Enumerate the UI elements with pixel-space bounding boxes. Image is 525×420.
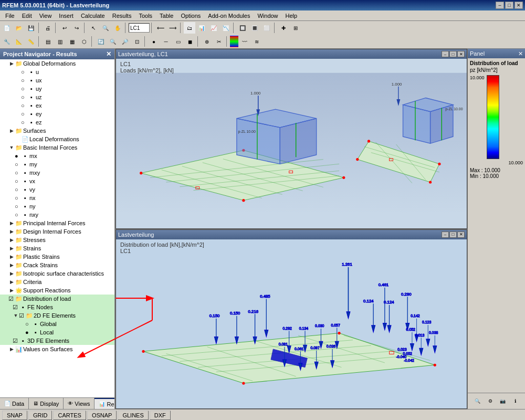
menu-view[interactable]: View (36, 12, 55, 20)
tree-plastic-strains[interactable]: ▶ 📁 Plastic Strains (0, 253, 114, 261)
tb2-view-top[interactable]: ▦ (66, 36, 78, 47)
tree-nxy[interactable]: ○ ▪ nxy (0, 211, 114, 219)
menu-calculate[interactable]: Calculate (78, 12, 108, 20)
tree-ux[interactable]: ○ ▪ ux (0, 76, 114, 85)
tb-redo[interactable]: ↪ (71, 22, 82, 34)
status-dxf[interactable]: DXF (150, 411, 171, 420)
tb-btn-a[interactable]: ⟵ (155, 22, 166, 34)
tb2-line[interactable]: ─ (160, 36, 172, 47)
tb2-deform[interactable]: 〰 (239, 36, 250, 47)
status-osnap[interactable]: OSNAP (87, 411, 117, 420)
tree-values-surfaces[interactable]: ▶ 📊 Values on Surfaces (0, 345, 114, 353)
canvas-2d[interactable]: 1.261 0.461 0.290 0.124 (116, 239, 467, 409)
canvas-3d[interactable]: 1.000 p-ZL 10.00 1.000 p-ZL 10.00 (116, 59, 467, 228)
minimize-btn[interactable]: – (496, 2, 504, 9)
tb2-color[interactable] (230, 36, 238, 47)
tb-view4[interactable]: 📉 (220, 22, 232, 34)
tb2-zoomout[interactable]: 🔎 (119, 36, 131, 47)
tb2-surface[interactable]: ▭ (172, 36, 184, 47)
tb-render3[interactable]: ⬜ (261, 22, 272, 34)
tab-data[interactable]: 📄 Data (0, 398, 29, 409)
menu-help[interactable]: Help (282, 12, 301, 20)
tb-view2[interactable]: 📊 (196, 22, 207, 34)
tree-mx[interactable]: ● ▪ mx (0, 152, 114, 160)
tb-open[interactable]: 📂 (13, 22, 25, 34)
tree-ey[interactable]: ○ ▪ ey (0, 110, 114, 118)
panel-settings-btn[interactable]: ⚙ (485, 395, 496, 407)
tree-ez[interactable]: ○ ▪ ez (0, 118, 114, 127)
tree-global-deformations[interactable]: ▶ 📁 Global Deformations (0, 59, 114, 68)
tree-my[interactable]: ○ ▪ my (0, 160, 114, 169)
tb2-rotate[interactable]: 🔄 (95, 36, 107, 47)
tb2-btn1[interactable]: 🔧 (1, 36, 13, 47)
tree-local-deformations[interactable]: 📄 Local Deformations (0, 135, 114, 143)
menu-table[interactable]: Table (156, 12, 176, 20)
tb-view3[interactable]: 📈 (208, 22, 219, 34)
tree-u[interactable]: ○ ▪ u (0, 68, 114, 76)
tree-surfaces[interactable]: ▶ 📁 Surfaces (0, 127, 114, 135)
tb2-view-side[interactable]: ▥ (54, 36, 66, 47)
tree-strains[interactable]: ▶ 📁 Strains (0, 244, 114, 253)
tree-uy[interactable]: ○ ▪ uy (0, 85, 114, 93)
tb2-section[interactable]: ⊕ (201, 36, 213, 47)
tree-isotropic[interactable]: ▶ 📁 Isotropic surface characteristics (0, 269, 114, 278)
tb-save[interactable]: 💾 (25, 22, 37, 34)
menu-results[interactable]: Results (109, 12, 135, 20)
tab-results[interactable]: 📊 Results (94, 398, 116, 409)
tb2-view-front[interactable]: ▤ (42, 36, 54, 47)
status-cartes[interactable]: CARTES (53, 411, 86, 420)
tree-distribution-load[interactable]: ☑ 📁 Distribution of load (0, 295, 114, 303)
panel-info-btn[interactable]: ℹ (510, 395, 521, 407)
tree-fe-nodes[interactable]: ☑ ▪ FE Nodes (0, 303, 114, 311)
tb-btn-b[interactable]: ⟶ (167, 22, 178, 34)
tree-uz[interactable]: ○ ▪ uz (0, 93, 114, 101)
tb-zoom[interactable]: 🔍 (100, 22, 111, 34)
win3d-maximize[interactable]: □ (449, 51, 457, 57)
tb-grid[interactable]: ⊞ (290, 22, 301, 34)
tb2-cut[interactable]: ✂ (213, 36, 225, 47)
tb-print[interactable]: 🖨 (42, 22, 54, 34)
status-snap[interactable]: SNAP (2, 411, 27, 420)
tab-display[interactable]: 🖥 Display (29, 398, 64, 409)
tree-local[interactable]: ● ▪ Local (0, 328, 114, 337)
tb-undo[interactable]: ↩ (59, 22, 70, 34)
tree-nx[interactable]: ○ ▪ nx (0, 194, 114, 202)
lc-input[interactable] (129, 23, 150, 33)
close-btn[interactable]: ✕ (514, 2, 523, 9)
win3d-close[interactable]: ✕ (457, 51, 465, 57)
win2d-maximize[interactable]: □ (449, 232, 457, 238)
tb-render1[interactable]: 🔲 (237, 22, 248, 34)
tab-views[interactable]: 👁 Views (64, 398, 94, 409)
tb-pan[interactable]: ✋ (112, 22, 123, 34)
tree-support-reactions[interactable]: ▶ 🌟 Support Reactions (0, 286, 114, 295)
tb-new[interactable]: 📄 (1, 22, 13, 34)
tree-basic-forces[interactable]: ▼ 📁 Basic Internal Forces (0, 143, 114, 152)
menu-window[interactable]: Window (254, 12, 281, 20)
tree-mxy[interactable]: ○ ▪ mxy (0, 169, 114, 177)
tb2-node[interactable]: ● (148, 36, 160, 47)
tb-view1[interactable]: 🗂 (184, 22, 195, 34)
tree-ny[interactable]: ○ ▪ ny (0, 202, 114, 211)
tb2-stress[interactable]: ≋ (251, 36, 262, 47)
tb2-fit[interactable]: ⊡ (131, 36, 143, 47)
status-glines[interactable]: GLINES (118, 411, 148, 420)
tb2-view-iso[interactable]: ⬡ (78, 36, 90, 47)
panel-zoom-btn[interactable]: 🔍 (472, 395, 484, 407)
tb2-btn3[interactable]: 📏 (25, 36, 37, 47)
tree-design-forces[interactable]: ▶ 📁 Design Internal Forces (0, 227, 114, 236)
tree-vy[interactable]: ○ ▪ vy (0, 185, 114, 194)
tree-ex[interactable]: ○ ▪ ex (0, 101, 114, 110)
maximize-btn[interactable]: □ (505, 2, 513, 9)
menu-addons[interactable]: Add-on Modules (205, 12, 253, 20)
tree-global[interactable]: ○ ▪ Global (0, 320, 114, 328)
tb2-zoomin[interactable]: 🔍 (107, 36, 119, 47)
tb-render2[interactable]: 🔳 (249, 22, 260, 34)
tb2-btn2[interactable]: 📐 (13, 36, 25, 47)
menu-file[interactable]: File (2, 12, 18, 20)
menu-tools[interactable]: Tools (135, 12, 155, 20)
status-grid[interactable]: GRID (28, 411, 52, 420)
navigator-close[interactable]: ✕ (106, 50, 111, 58)
menu-insert[interactable]: Insert (56, 12, 77, 20)
win2d-close[interactable]: ✕ (457, 232, 465, 238)
tree-stresses[interactable]: ▶ 📁 Stresses (0, 236, 114, 244)
